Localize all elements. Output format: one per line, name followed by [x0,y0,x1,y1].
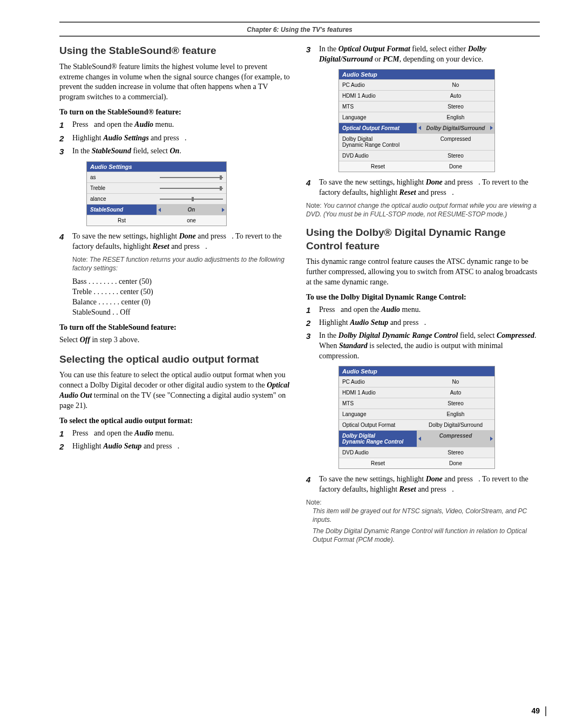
footer-done: Done [417,458,494,468]
row-value: Stereo [417,398,494,409]
paragraph: Select Off in step 3 above. [59,335,293,345]
step: 3 In the Optical Output Format field, se… [306,44,540,65]
step-text: To save the new settings, highlight Done… [72,232,293,252]
slider-track [160,188,223,189]
panel-row: Dolby Digital Dynamic Range ControlCompr… [339,133,494,150]
row-label: DVD Audio [339,447,417,458]
panel-row: DVD AudioStereo [339,447,494,458]
note: Note: This item will be grayed out for N… [306,498,540,544]
step: 4 To save the new settings, highlight Do… [306,178,540,198]
row-label: PC Audio [339,80,417,90]
page-number: 49 [531,706,540,715]
panel-footer: Rst one [87,215,226,226]
row-label: MTS [339,398,417,409]
list-item: Balance . . . . . . center (0) [72,297,293,308]
step: 1Press and open the Audio menu. [59,120,293,131]
row-value: No [417,377,494,387]
step-number: 4 [59,232,67,252]
row-label: Optical Output Format [339,123,417,133]
step-text: To save the new settings, highlight Done… [319,474,540,495]
panel-row-highlight: StableSound On [87,204,226,215]
panel-row-highlight: Dolby Digital Dynamic Range Control Comp… [339,430,494,447]
row-value: Stereo [417,101,494,112]
step: 4 To save the new settings, highlight Do… [59,232,293,252]
panel-row: PC AudioNo [339,79,494,90]
row-value: Auto [417,387,494,398]
panel-row: alance [87,193,226,204]
row-value: English [417,409,494,419]
panel-row: Treble [87,182,226,193]
row-label: DVD Audio [339,151,417,161]
row-value: Dolby Digital/Surround [417,420,494,430]
audio-settings-panel: Audio Settings asTreblealance StableSoun… [86,161,227,226]
panel-row: Optical Output FormatDolby Digital/Surro… [339,419,494,430]
row-label: StableSound [87,205,157,215]
panel-title: Audio Settings [87,162,226,172]
list-item: StableSound . . Off [72,308,293,318]
row-value-text: Compressed [439,433,472,439]
row-value [157,172,226,182]
subheading: To select the optical audio output forma… [59,417,293,425]
footer-reset: Rst [87,215,157,226]
row-label: MTS [339,101,417,112]
row-value [157,194,226,204]
row-label: Language [339,409,417,419]
row-value: On [157,205,226,215]
step: 1Press and open the Audio menu. [306,305,540,316]
panel-row: DVD AudioStereo [339,150,494,161]
panel-row: PC AudioNo [339,376,494,387]
row-value: Compressed [417,431,494,447]
right-column: 3 In the Optical Output Format field, se… [306,44,540,548]
step: 2Highlight Audio Setup and press . [59,441,293,452]
step-number: 1 [59,120,67,131]
step: 3In the StableSound field, select On. [59,146,293,157]
slider-track [160,199,223,200]
paragraph: This dynamic range control feature cause… [306,257,540,288]
row-value: Stereo [417,447,494,458]
panel-title: Audio Setup [339,70,494,79]
slider-thumb [220,186,222,190]
step: 2Highlight Audio Setup and press . [306,318,540,329]
step-number: 2 [59,133,67,144]
row-label: HDMI 1 Audio [339,91,417,101]
list-item: Treble . . . . . . . center (50) [72,287,293,297]
row-value: Dolby Digital/Surround [417,123,494,133]
panel-row-highlight: Optical Output Format Dolby Digital/Surr… [339,123,494,133]
row-value [157,183,226,193]
step-number: 2 [59,441,67,452]
step: 4 To save the new settings, highlight Do… [306,474,540,495]
arrow-left-icon [418,437,421,441]
heading-stablesound: Using the StableSound® feature [59,44,293,58]
row-label: Dolby Digital Dynamic Range Control [339,134,417,150]
step-number: 3 [306,331,314,362]
step-text: Highlight Audio Settings and press . [72,133,293,144]
note: Note: You cannot change the optical audi… [306,201,540,219]
row-label: Treble [87,183,157,193]
panel-footer: Reset Done [339,161,494,172]
row-value-text: Dolby Digital/Surround [426,125,485,131]
footer-reset: Reset [339,161,417,172]
factory-defaults-list: Bass . . . . . . . . center (50)Treble .… [72,277,293,318]
footer-done: Done [417,161,494,172]
step-text: Press and open the Audio menu. [72,428,293,439]
panel-footer: Reset Done [339,458,494,468]
list-item: Bass . . . . . . . . center (50) [72,277,293,287]
row-label: alance [87,194,157,204]
step-text: Highlight Audio Setup and press . [319,318,540,329]
step-number: 3 [306,44,314,65]
step-text: Highlight Audio Setup and press . [72,441,293,452]
step-number: 1 [306,305,314,316]
step-number: 1 [59,428,67,439]
panel-row: HDMI 1 AudioAuto [339,387,494,398]
arrow-right-icon [490,126,493,130]
paragraph: You can use this feature to select the o… [59,370,293,411]
slider-thumb [192,197,194,201]
panel-row: LanguageEnglish [339,409,494,419]
subheading: To turn on the StableSound® feature: [59,108,293,117]
step-text: In the Dolby Digital Dynamic Range Contr… [319,331,540,362]
footer-reset: Reset [339,458,417,468]
step-text: In the Optical Output Format field, sele… [319,44,540,65]
heading-optical-format: Selecting the optical audio output forma… [59,353,293,366]
audio-setup-panel-2: Audio Setup PC AudioNoHDMI 1 AudioAutoMT… [338,366,495,469]
step: 2Highlight Audio Settings and press . [59,133,293,144]
